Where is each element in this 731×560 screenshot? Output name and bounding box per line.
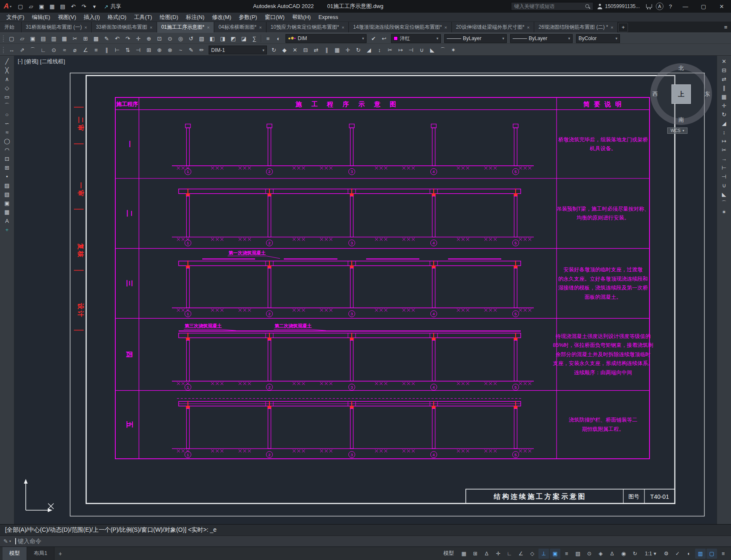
dim-jogged-icon[interactable]: ≈ <box>60 46 69 55</box>
autodesk-account-icon[interactable]: A <box>656 3 663 10</box>
table-icon[interactable]: ▦ <box>2 208 13 216</box>
region-icon[interactable]: ▣ <box>2 199 13 208</box>
revision-cloud-icon[interactable]: ∽ <box>2 119 13 128</box>
app-store-button[interactable] <box>644 2 654 11</box>
center-mark-icon[interactable]: ⊕ <box>155 46 164 55</box>
new-icon[interactable]: ▢ <box>7 34 16 43</box>
layout1-tab[interactable]: 布局1 <box>27 547 54 560</box>
layer-states-icon[interactable]: ◐ <box>274 34 283 43</box>
qat-undo-icon[interactable]: ↶ <box>68 2 78 11</box>
dim-space-icon[interactable]: ⇅ <box>123 46 133 55</box>
tab-close-icon[interactable]: × <box>84 25 87 30</box>
lineweight-dropdown[interactable]: ——— ByLayer ▾ <box>510 34 573 43</box>
sheet-set-manager-icon[interactable]: ◩ <box>228 34 238 43</box>
account-user-button[interactable]: 15059991135... <box>595 3 642 9</box>
menu-tools[interactable]: 工具(T) <box>130 13 156 22</box>
dim-angular-icon[interactable]: ∠ <box>81 46 90 55</box>
viewport-menu-button[interactable]: [-] <box>18 58 23 65</box>
menu-insert[interactable]: 插入(I) <box>80 13 103 22</box>
dim-arc-length-icon[interactable]: ⌒ <box>28 46 38 55</box>
explode-icon[interactable]: ✶ <box>448 46 458 55</box>
copy-icon[interactable]: ⊞ <box>81 34 90 43</box>
line-icon[interactable]: ╱ <box>2 57 13 66</box>
dim-diameter-icon[interactable]: ⌀ <box>70 46 80 55</box>
share-button[interactable]: ↗ 共享 <box>100 3 125 10</box>
snap-icon[interactable]: ⊞ <box>470 549 481 559</box>
array-icon[interactable]: ▦ <box>719 92 730 101</box>
selection-cycling-icon[interactable]: ⊙ <box>584 549 595 559</box>
view-controls-button[interactable]: [俯视] <box>24 58 38 65</box>
viewcube-east[interactable]: 东 <box>704 90 710 98</box>
layer-properties-icon[interactable]: ≡ <box>263 34 273 43</box>
file-tab-14[interactable]: 14墩顶现浇连续段钢束定位钢筋布置图* × <box>349 22 451 32</box>
lengthen-icon[interactable]: ↦ <box>719 137 730 146</box>
erase-icon[interactable]: ✕ <box>719 57 730 66</box>
extend-icon[interactable]: ↦ <box>396 46 405 55</box>
otrack-icon[interactable]: ⊥ <box>538 549 549 559</box>
add-selected-icon[interactable]: + <box>2 225 13 234</box>
menu-dimension[interactable]: 标注(N) <box>182 13 208 22</box>
qat-save-icon[interactable]: ▣ <box>37 2 46 11</box>
viewcube-up-face[interactable]: 上 <box>671 84 691 104</box>
file-tab-01[interactable]: 01施工工序示意图* × <box>157 22 214 32</box>
viewcube-north[interactable]: 北 <box>679 65 684 72</box>
spline-icon[interactable]: ≈ <box>2 128 13 137</box>
infer-constraints-icon[interactable]: ∆ <box>481 549 492 559</box>
menu-express[interactable]: Express <box>315 13 342 21</box>
tolerance-icon[interactable]: ⊞ <box>144 46 154 55</box>
match-properties-icon[interactable]: ✎ <box>102 34 111 43</box>
undo-icon[interactable]: ↶ <box>112 34 122 43</box>
model-paper-toggle[interactable]: 模型 <box>440 549 458 559</box>
dimstyle-dropdown[interactable]: DIM-1 ▾ <box>209 46 267 54</box>
search-icon[interactable] <box>585 4 590 9</box>
mirror-icon[interactable]: ⇄ <box>311 46 321 55</box>
viewcube-west[interactable]: 西 <box>652 90 658 98</box>
explode-icon[interactable]: ✶ <box>719 208 730 216</box>
quick-calc-icon[interactable]: ∑ <box>250 34 259 43</box>
menu-format[interactable]: 格式(O) <box>104 13 130 22</box>
search-input[interactable] <box>514 3 583 9</box>
osnap-icon[interactable]: ▣ <box>550 549 560 559</box>
polyline-icon[interactable]: ∧ <box>2 75 13 84</box>
ellipse-arc-icon[interactable]: ◠ <box>2 146 13 154</box>
copy-object-icon[interactable]: ⊟ <box>301 46 310 55</box>
rotate-icon[interactable]: ↻ <box>719 110 730 119</box>
move-icon[interactable]: ✛ <box>719 101 730 110</box>
dim-edit-icon[interactable]: ✎ <box>186 46 196 55</box>
new-drawing-tab-button[interactable]: + <box>618 23 628 32</box>
new-layout-button[interactable]: + <box>54 550 66 557</box>
break-at-point-icon[interactable]: ⊢ <box>719 163 730 172</box>
tab-start[interactable]: 开始 <box>0 22 22 32</box>
visual-style-button[interactable]: [二维线框] <box>40 58 65 65</box>
multiline-text-icon[interactable]: A <box>2 216 13 225</box>
transparency-icon[interactable]: ▧ <box>573 549 583 559</box>
close-button[interactable]: ✕ <box>713 0 730 13</box>
mirror-icon[interactable]: ⇄ <box>719 75 730 84</box>
tab-close-icon[interactable]: × <box>342 25 344 30</box>
workspace-icon[interactable]: ⚙ <box>661 549 671 559</box>
hatch-icon[interactable]: ▨ <box>2 181 13 190</box>
clean-screen-icon[interactable]: ▢ <box>707 549 717 559</box>
arc-icon[interactable]: ⌒ <box>2 101 13 110</box>
linetype-dropdown[interactable]: ——— ByLayer ▾ <box>444 34 507 43</box>
zoom-realtime-icon[interactable]: ⊕ <box>144 34 154 43</box>
annotation-monitor-icon[interactable]: ✓ <box>672 549 683 559</box>
graphics-performance-icon[interactable]: ▥ <box>695 549 706 559</box>
ortho-icon[interactable]: ∟ <box>504 549 515 559</box>
fillet-icon[interactable]: ⌒ <box>438 46 448 55</box>
menu-view[interactable]: 视图(V) <box>54 13 80 22</box>
dynamic-input-icon[interactable]: ✛ <box>493 549 503 559</box>
scale-icon[interactable]: ◢ <box>364 46 374 55</box>
dim-ordinate-icon[interactable]: ∟ <box>38 46 48 55</box>
dim-text-edit-icon[interactable]: ✏ <box>197 46 207 55</box>
polar-tracking-icon[interactable]: ∠ <box>516 549 526 559</box>
offset-icon[interactable]: ∥ <box>719 84 730 92</box>
3d-osnap-icon[interactable]: ◈ <box>595 549 606 559</box>
paste-icon[interactable]: ▩ <box>91 34 101 43</box>
qat-saveas-icon[interactable]: ▦ <box>47 2 57 11</box>
wcs-dropdown[interactable]: WCS ▾ <box>667 127 688 134</box>
construction-line-icon[interactable]: ╳ <box>2 66 13 75</box>
join-icon[interactable]: ∪ <box>417 46 427 55</box>
menu-draw[interactable]: 绘图(D) <box>156 13 182 22</box>
qat-plot-icon[interactable]: ▤ <box>58 2 68 11</box>
